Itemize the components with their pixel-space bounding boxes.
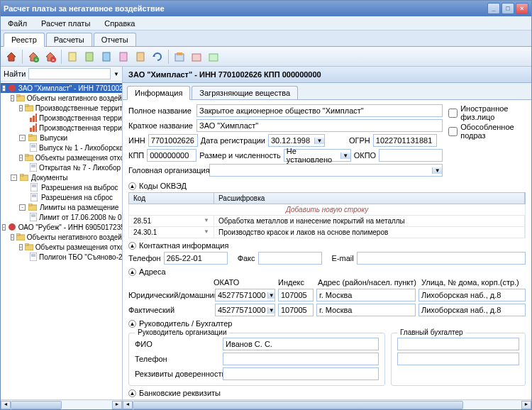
sidebar-hscroll[interactable]: ◄ ► — [1, 399, 122, 409]
addr-actual-region[interactable] — [316, 304, 416, 316]
tree-node[interactable]: Выпуск № 1 - Лихоборская — [1, 143, 122, 153]
tbtn-doc2[interactable] — [82, 49, 97, 65]
minimize-button[interactable]: _ — [487, 3, 500, 14]
tbtn-home-del[interactable]: × — [43, 49, 58, 65]
close-button[interactable]: × — [516, 3, 528, 14]
acc-phone-field[interactable] — [397, 353, 519, 365]
tree-node[interactable]: -Объекты негативного воздейст — [1, 93, 122, 103]
tree-node[interactable]: -Лимиты на размещение — [1, 202, 122, 212]
tbtn-refresh[interactable] — [150, 49, 165, 65]
regdate-field[interactable]: 30.12.1998▼ — [268, 134, 325, 147]
scroll-thumb[interactable] — [133, 401, 463, 409]
expand-icon[interactable]: - — [11, 95, 14, 101]
inner-tab-info[interactable]: Информация — [127, 86, 190, 100]
separate-checkbox[interactable] — [448, 127, 458, 136]
kpp-field[interactable] — [147, 149, 196, 162]
ogrn-field[interactable] — [373, 134, 437, 147]
tbtn-doc1[interactable] — [65, 49, 80, 65]
expand-icon[interactable]: - — [2, 224, 6, 231]
chevron-down-icon[interactable]: ▼ — [314, 138, 324, 144]
expand-icon[interactable]: - — [19, 204, 26, 211]
tab-reports[interactable]: Отчеты — [94, 33, 136, 46]
bank-toggle[interactable]: ▲ — [128, 389, 136, 397]
addr-legal-index[interactable] — [278, 289, 314, 301]
foreign-checkbox[interactable] — [448, 109, 458, 118]
proxy-field[interactable] — [223, 367, 379, 380]
chevron-down-icon[interactable]: ▼ — [204, 217, 209, 223]
tree-node[interactable]: -Объекты негативного воздейст — [1, 232, 122, 242]
scroll-right-icon[interactable]: ► — [112, 401, 122, 409]
expand-icon[interactable]: - — [19, 244, 23, 250]
fax-field[interactable] — [258, 252, 322, 265]
tbtn-action2[interactable] — [189, 49, 204, 65]
tbtn-doc5[interactable] — [133, 49, 148, 65]
org-tree[interactable]: -ЗАО "Химпласт" - ИНН 77010026-Объекты н… — [1, 82, 122, 399]
inn-field[interactable] — [148, 134, 198, 147]
tree-node[interactable]: Лимит от 17.06.2008 № 08- — [1, 212, 122, 222]
addr-actual-street[interactable] — [419, 304, 526, 316]
expand-icon[interactable]: - — [19, 135, 26, 141]
tree-node[interactable]: -Объекты размещения отход — [1, 242, 122, 252]
chevron-down-icon[interactable]: ▼ — [267, 307, 275, 314]
tree-node[interactable]: -Производственные территор — [1, 103, 122, 113]
scroll-left-icon[interactable]: ◄ — [1, 401, 11, 409]
chevron-down-icon[interactable]: ▼ — [267, 292, 275, 299]
scroll-thumb[interactable] — [11, 401, 62, 409]
addr-actual-okato[interactable]: 45277571000▼ — [215, 304, 275, 316]
tree-node[interactable]: Производственная террит — [1, 123, 122, 133]
tbtn-action1[interactable] — [172, 49, 187, 65]
tbtn-doc3[interactable] — [99, 49, 114, 65]
tree-node[interactable]: Разрешения на сброс — [1, 192, 122, 202]
chevron-down-icon[interactable]: ▼ — [204, 228, 209, 235]
okpo-field[interactable] — [379, 149, 443, 162]
tree-node[interactable]: -Объекты размещения отход — [1, 153, 122, 162]
addr-legal-okato[interactable]: 45277571000▼ — [215, 289, 275, 301]
phone-field[interactable] — [164, 252, 228, 265]
expand-icon[interactable]: - — [11, 234, 14, 240]
main-hscroll[interactable]: ◄ ► — [123, 399, 531, 409]
mgmt-phone-field[interactable] — [223, 353, 379, 365]
tbtn-home[interactable] — [4, 49, 19, 65]
inner-tab-pollutants[interactable]: Загрязняющие вещества — [192, 86, 298, 99]
table-row[interactable]: 24.30.1▼Производство красок и лаков на о… — [128, 227, 526, 238]
tree-node[interactable]: Открытая № 7 - Лихобор — [1, 162, 122, 172]
expand-icon[interactable]: - — [11, 174, 17, 181]
maximize-button[interactable]: □ — [501, 3, 514, 14]
addr-toggle[interactable]: ▲ — [128, 268, 136, 276]
okved-add-hint[interactable]: Добавить новую строку — [128, 204, 526, 216]
tree-node[interactable]: Полигон ТБО "Съяново-2" — [1, 252, 122, 262]
tree-node[interactable]: -Выпуски — [1, 133, 122, 143]
tbtn-doc4[interactable] — [116, 49, 131, 65]
tbtn-action3[interactable] — [206, 49, 221, 65]
tree-node[interactable]: -ЗАО "Химпласт" - ИНН 77010026 — [1, 83, 122, 93]
email-field[interactable] — [357, 252, 526, 265]
chevron-down-icon[interactable]: ▼ — [340, 153, 350, 159]
tree-node[interactable]: -Документы — [1, 172, 122, 182]
full-name-field[interactable]: Закрытое акционерное общество "Химпласт" — [196, 104, 443, 117]
tree-node[interactable]: Разрешения на выброс — [1, 182, 122, 192]
size-field[interactable]: Не установлено▼ — [284, 149, 351, 162]
find-input[interactable] — [28, 68, 111, 79]
menu-help[interactable]: Справка — [101, 18, 138, 29]
expand-icon[interactable]: - — [19, 155, 23, 161]
contact-toggle[interactable]: ▲ — [128, 242, 136, 250]
okved-toggle[interactable]: ▲ — [128, 182, 136, 190]
acc-fio-field[interactable] — [397, 338, 519, 350]
table-row[interactable]: 28.51▼Обработка металлов и нанесение пок… — [128, 216, 526, 227]
menu-calc[interactable]: Расчет платы — [38, 18, 93, 29]
mgmt-toggle[interactable]: ▲ — [128, 320, 136, 328]
addr-actual-index[interactable] — [278, 304, 314, 316]
expand-icon[interactable]: - — [19, 105, 23, 111]
scroll-left-icon[interactable]: ◄ — [123, 401, 133, 409]
short-name-field[interactable]: ЗАО "Химпласт" — [196, 119, 443, 132]
tab-calcs[interactable]: Расчеты — [46, 33, 92, 46]
chevron-down-icon[interactable]: ▼ — [432, 167, 442, 174]
tree-node[interactable]: -ОАО "Рубеж" - ИНН 69050172352 — [1, 222, 122, 232]
fio-field[interactable] — [223, 338, 379, 350]
addr-legal-region[interactable] — [316, 289, 416, 301]
addr-legal-street[interactable] — [419, 289, 526, 301]
tab-registry[interactable]: Реестр — [4, 33, 45, 47]
expand-icon[interactable]: - — [2, 85, 6, 92]
menu-file[interactable]: Файл — [5, 18, 30, 29]
tbtn-home-add[interactable]: + — [26, 49, 41, 65]
